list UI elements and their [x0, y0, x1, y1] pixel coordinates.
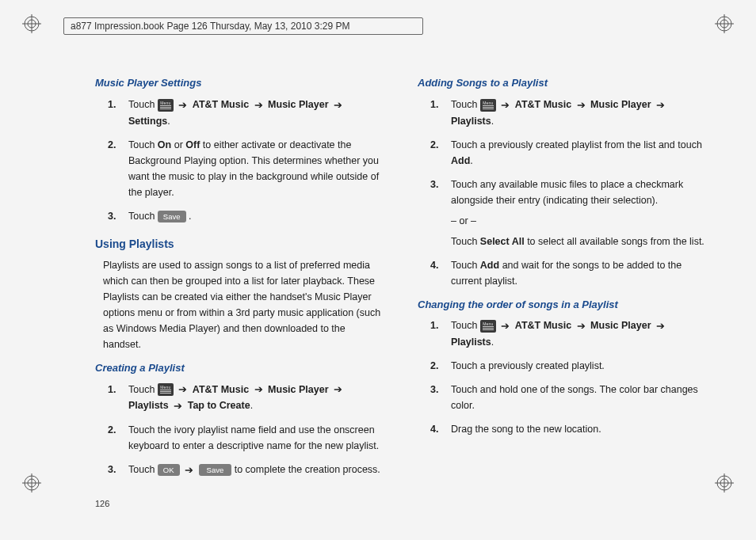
step-text: Touch — [128, 139, 158, 150]
step-text: Touch a previously created playlist. — [451, 360, 605, 371]
save-button-graphic: Save — [199, 464, 232, 476]
menu-icon — [480, 99, 496, 112]
arrow-icon: ➔ — [178, 97, 187, 113]
bold-text: Off — [185, 139, 200, 150]
step-number: 3. — [108, 462, 116, 477]
registration-mark-icon — [22, 473, 41, 492]
step-text: . — [250, 400, 253, 411]
step-text: Touch — [451, 260, 480, 271]
menu-icon — [480, 320, 496, 333]
step-text: Touch — [451, 236, 480, 247]
step-text: Touch a previously created playlist from… — [451, 139, 702, 150]
nav-path-part: AT&T Music — [193, 384, 252, 395]
nav-path-part: Settings — [128, 116, 167, 127]
step-number: 4. — [430, 257, 438, 273]
step-text: . — [491, 116, 494, 127]
step-text: Touch any available music files to place… — [451, 179, 683, 206]
heading-changing-order: Changing the order of songs in a Playlis… — [418, 297, 708, 314]
steps-adding-songs: 1. Touch ➔ AT&T Music ➔ Music Player ➔ P… — [418, 97, 708, 289]
step-item: 3. Touch any available music files to pl… — [437, 177, 708, 249]
step-item: 3. Touch Save . — [114, 208, 386, 224]
step-number: 1. — [430, 97, 438, 112]
arrow-icon: ➔ — [334, 382, 342, 397]
registration-mark-icon — [22, 14, 41, 33]
step-number: 4. — [430, 421, 438, 437]
heading-creating-playlist: Creating a Playlist — [95, 360, 386, 377]
step-text: to complete the creation process. — [235, 464, 380, 475]
step-text: Drag the song to the new location. — [451, 424, 601, 435]
step-text: . — [189, 211, 191, 222]
arrow-icon: ➔ — [501, 97, 510, 113]
nav-path-part: AT&T Music — [515, 99, 575, 110]
step-text: Touch the ivory playlist name field and … — [128, 424, 379, 451]
arrow-icon: ➔ — [656, 318, 665, 334]
nav-path-part: Playlists — [128, 400, 171, 411]
step-text: . — [470, 155, 472, 166]
arrow-icon: ➔ — [577, 97, 586, 113]
heading-adding-songs: Adding Songs to a Playlist — [418, 75, 708, 92]
step-item: 1. Touch ➔ AT&T Music ➔ Music Player ➔ P… — [437, 97, 708, 129]
menu-icon — [158, 383, 174, 396]
nav-path-part: Music Player — [268, 99, 331, 110]
nav-path-part: AT&T Music — [515, 320, 575, 331]
step-text: Touch — [128, 99, 158, 110]
steps-changing-order: 1. Touch ➔ AT&T Music ➔ Music Player ➔ P… — [418, 318, 708, 437]
nav-path-part: AT&T Music — [193, 99, 252, 110]
step-item: 4. Drag the song to the new location. — [437, 421, 708, 437]
step-number: 3. — [430, 177, 438, 192]
step-item: 2. Touch the ivory playlist name field a… — [114, 422, 386, 454]
paragraph: Playlists are used to assign songs to a … — [103, 257, 386, 352]
step-item: 1. Touch ➔ AT&T Music ➔ Music Player ➔ S… — [114, 97, 386, 129]
arrow-icon: ➔ — [254, 382, 263, 397]
menu-icon — [158, 99, 174, 112]
page-number: 126 — [95, 499, 109, 508]
registration-mark-icon — [715, 14, 734, 33]
arrow-icon: ➔ — [334, 97, 342, 113]
step-text: to select all available songs from the l… — [525, 236, 704, 247]
nav-path-part: Playlists — [451, 337, 491, 348]
heading-using-playlists: Using Playlists — [95, 235, 386, 253]
nav-path-part: Music Player — [590, 99, 654, 110]
step-text: Touch and hold one of the songs. The col… — [451, 384, 698, 411]
right-column: Adding Songs to a Playlist 1. Touch ➔ AT… — [418, 75, 708, 492]
or-separator: – or – — [451, 213, 708, 229]
bold-text: Add — [480, 260, 499, 271]
step-item: 1. Touch ➔ AT&T Music ➔ Music Player ➔ P… — [114, 382, 386, 414]
arrow-icon: ➔ — [254, 97, 263, 113]
page-header: a877 Impression.book Page 126 Thursday, … — [63, 17, 423, 35]
step-number: 2. — [430, 137, 438, 153]
step-number: 1. — [108, 382, 116, 397]
step-text: . — [167, 116, 170, 127]
step-number: 2. — [108, 422, 116, 438]
nav-path-part: Playlists — [451, 116, 491, 127]
step-text: Touch — [451, 320, 480, 331]
registration-mark-icon — [715, 473, 734, 492]
step-text: Touch — [128, 464, 158, 475]
content-area: Music Player Settings 1. Touch ➔ AT&T Mu… — [95, 75, 708, 492]
step-item: 3. Touch OK ➔ Save to complete the creat… — [114, 462, 386, 478]
step-number: 1. — [430, 318, 438, 333]
heading-music-player-settings: Music Player Settings — [95, 75, 386, 92]
step-item: 2. Touch a previously created playlist f… — [437, 137, 708, 169]
step-item: 1. Touch ➔ AT&T Music ➔ Music Player ➔ P… — [437, 318, 708, 350]
step-text: or — [171, 139, 185, 150]
arrow-icon: ➔ — [185, 462, 193, 478]
step-text: Touch — [128, 384, 158, 395]
arrow-icon: ➔ — [577, 318, 586, 334]
nav-path-part: Music Player — [590, 320, 654, 331]
step-number: 1. — [108, 97, 116, 112]
left-column: Music Player Settings 1. Touch ➔ AT&T Mu… — [95, 75, 386, 492]
bold-text: On — [158, 139, 171, 150]
step-item: 4. Touch Add and wait for the songs to b… — [437, 257, 708, 289]
step-item: 3. Touch and hold one of the songs. The … — [437, 382, 708, 413]
arrow-icon: ➔ — [656, 97, 665, 113]
nav-path-part: Tap to Create — [188, 400, 250, 411]
step-number: 3. — [430, 382, 438, 397]
page: a877 Impression.book Page 126 Thursday, … — [0, 0, 756, 540]
step-text: Touch — [451, 99, 480, 110]
step-item: 2. Touch a previously created playlist. — [437, 358, 708, 374]
nav-path-part: Music Player — [268, 384, 331, 395]
arrow-icon: ➔ — [501, 318, 510, 334]
step-number: 2. — [108, 137, 116, 153]
bold-text: Select All — [480, 236, 525, 247]
